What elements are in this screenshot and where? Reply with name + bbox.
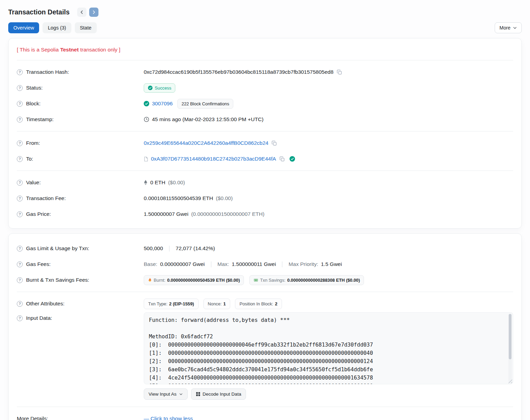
to-label: To:: [26, 156, 33, 162]
transaction-hash-value: 0xc72d984ccac6190b5f135576eb97b03604bc81…: [144, 69, 333, 75]
gas-price-eth: (0.000000001500000007 ETH): [191, 211, 264, 217]
transaction-fee-label: Transaction Fee:: [26, 195, 66, 201]
show-less-link[interactable]: — Click to show less: [144, 416, 193, 420]
burnt-fee-badge: Burnt: 0.000000000000504539 ETH ($0.00): [144, 275, 244, 285]
max-priority-fee-label: Max Priority:: [288, 261, 318, 267]
help-icon[interactable]: ?: [17, 196, 23, 201]
txn-savings-value: 0.000000000000288308 ETH ($0.00): [287, 278, 360, 283]
view-input-as-label: View Input As: [149, 392, 177, 397]
input-data-label: Input Data:: [26, 315, 52, 321]
help-icon[interactable]: ?: [17, 261, 23, 267]
burnt-fee-label: Burnt:: [154, 278, 165, 283]
help-icon[interactable]: ?: [17, 85, 23, 91]
more-details-label: More Details:: [17, 416, 48, 420]
check-circle-icon: [148, 85, 153, 90]
txn-type-label: Txn Type:: [148, 301, 167, 306]
transaction-details-page: Transaction Details Overview Logs (3) St…: [8, 0, 522, 420]
input-data-box[interactable]: Function: forward(address to,bytes data)…: [144, 312, 513, 384]
money-with-wings-icon: [254, 278, 258, 282]
scrollbar-thumb[interactable]: [509, 314, 511, 359]
help-icon[interactable]: ?: [17, 246, 23, 252]
next-transaction-button[interactable]: [89, 8, 98, 17]
divider: [17, 171, 513, 171]
help-icon[interactable]: ?: [17, 315, 23, 321]
position-in-block-value: 2: [275, 301, 277, 306]
row-timestamp: ? Timestamp: 45 mins ago (Mar-02-2023 12…: [17, 112, 513, 127]
value-amount: 0 ETH: [150, 179, 165, 186]
divider: [17, 60, 513, 60]
input-data-actions: View Input As Decode Input Data: [144, 388, 513, 400]
value-usd: ($0.00): [168, 179, 185, 186]
tab-state[interactable]: State: [75, 22, 97, 33]
row-from: ? From: 0x259c49E65644a020C2A642260a4ffB…: [17, 135, 513, 151]
from-label: From:: [26, 140, 40, 146]
tab-logs[interactable]: Logs (3): [43, 22, 71, 33]
tabs: Overview Logs (3) State: [8, 22, 97, 33]
block-label: Block:: [26, 101, 40, 107]
contract-file-icon: [144, 156, 148, 162]
row-more-details: More Details: — Click to show less: [17, 411, 513, 420]
decode-grid-icon: [196, 392, 200, 396]
separator: [169, 246, 169, 252]
burnt-fee-value: 0.000000000000504539 ETH ($0.00): [167, 278, 240, 283]
view-input-as-button[interactable]: View Input As: [144, 388, 188, 400]
help-icon[interactable]: ?: [17, 277, 23, 283]
help-icon[interactable]: ?: [17, 211, 23, 217]
overview-card: [ This is a Sepolia Testnet transaction …: [8, 38, 522, 229]
from-address-link[interactable]: 0x259c49E65644a020C2A642260a4ffB0CD862cb…: [144, 140, 268, 146]
row-value: ? Value: 0 ETH ($0.00): [17, 175, 513, 190]
page-title: Transaction Details: [8, 8, 70, 16]
row-to: ? To: 0xA3f07D6773514480b918C2742b027b3a…: [17, 151, 513, 167]
copy-icon: [280, 156, 285, 162]
copy-to-address-button[interactable]: [279, 156, 285, 162]
status-badge: Success: [144, 83, 175, 93]
row-gas-fees: ? Gas Fees: Base: 0.000000007 Gwei Max: …: [17, 256, 513, 272]
more-dropdown-button[interactable]: More: [495, 22, 522, 33]
nonce-value: 1: [223, 301, 226, 306]
help-icon[interactable]: ?: [17, 69, 23, 75]
burnt-savings-label: Burnt & Txn Savings Fees:: [26, 277, 89, 283]
gas-usage-value: 72,077 (14.42%): [176, 245, 215, 252]
help-icon[interactable]: ?: [17, 301, 23, 307]
status-label: Status:: [26, 85, 43, 91]
value-label: Value:: [26, 179, 41, 186]
max-fee-value: 1.500000011 Gwei: [232, 261, 276, 267]
status-badge-text: Success: [155, 85, 171, 91]
help-icon[interactable]: ?: [17, 156, 23, 162]
gas-fees-label: Gas Fees:: [26, 261, 51, 267]
help-icon[interactable]: ?: [17, 180, 23, 186]
max-priority-fee-value: 1.5 Gwei: [321, 261, 342, 267]
decode-input-data-label: Decode Input Data: [203, 392, 242, 397]
base-fee-label: Base:: [144, 261, 157, 267]
separator: [211, 261, 211, 267]
position-in-block-badge: Position In Block: 2: [235, 299, 282, 309]
block-number-link[interactable]: 3007096: [152, 101, 173, 107]
position-in-block-label: Position In Block:: [239, 301, 273, 306]
divider: [17, 292, 513, 292]
help-icon[interactable]: ?: [17, 117, 23, 122]
divider: [17, 407, 513, 407]
check-circle-icon: [144, 101, 149, 106]
flame-icon: [148, 278, 152, 282]
copy-from-address-button[interactable]: [271, 141, 278, 146]
row-other-attributes: ? Other Attributes: Txn Type: 2 (EIP-155…: [17, 296, 513, 312]
help-icon[interactable]: ?: [17, 140, 23, 146]
timestamp-label: Timestamp:: [26, 116, 54, 122]
help-icon[interactable]: ?: [17, 101, 23, 107]
input-data-content: Function: forward(address to,bytes data)…: [144, 313, 513, 384]
tabs-row: Overview Logs (3) State More: [8, 22, 522, 33]
tab-overview[interactable]: Overview: [8, 22, 39, 33]
input-data-scrollbar[interactable]: [508, 314, 512, 383]
row-burnt-savings-fees: ? Burnt & Txn Savings Fees: Burnt: 0.000…: [17, 272, 513, 288]
txn-type-badge: Txn Type: 2 (EIP-1559): [144, 299, 199, 309]
copy-transaction-hash-button[interactable]: [336, 70, 343, 75]
clock-icon: [144, 117, 149, 122]
row-block: ? Block: 3007096 222 Block Confirmations: [17, 96, 513, 112]
txn-savings-badge: Txn Savings: 0.000000000000288308 ETH ($…: [249, 275, 364, 285]
txn-savings-label: Txn Savings:: [260, 278, 285, 283]
to-address-link[interactable]: 0xA3f07D6773514480b918C2742b027b3acD9E44…: [151, 156, 276, 162]
page-header: Transaction Details: [8, 5, 522, 22]
decode-input-data-button[interactable]: Decode Input Data: [191, 388, 246, 400]
previous-transaction-button[interactable]: [77, 8, 86, 17]
gas-limit-value: 500,000: [144, 245, 163, 252]
